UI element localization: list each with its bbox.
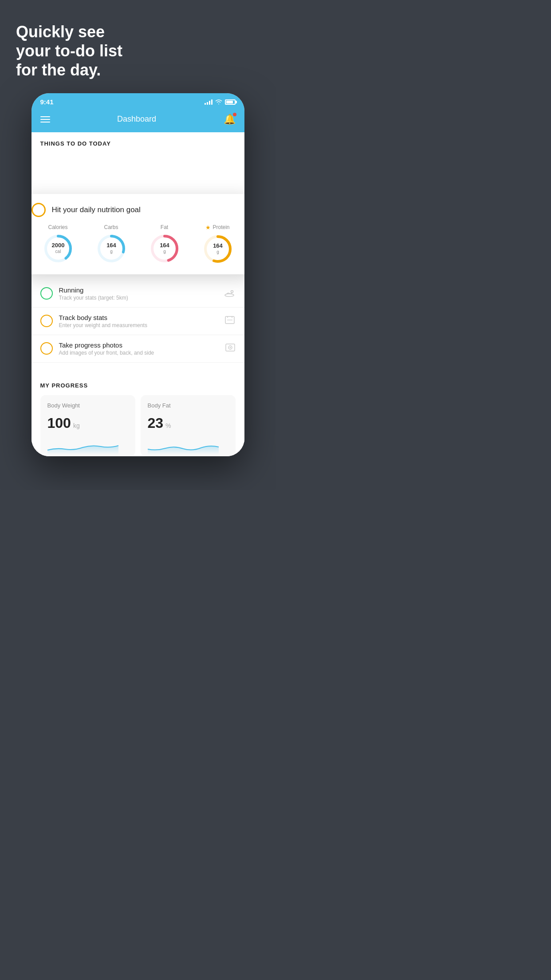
wifi-icon — [215, 99, 222, 106]
things-to-do-title: THINGS TO DO TODAY — [31, 132, 244, 151]
fat-ring: 164 g — [149, 233, 180, 264]
todo-item-body-stats[interactable]: Track body stats Enter your weight and m… — [31, 308, 244, 335]
running-subtitle: Track your stats (target: 5km) — [59, 295, 217, 301]
signal-icon — [205, 99, 213, 105]
body-fat-value: 23 % — [148, 415, 228, 431]
nutrition-card-title: Hit your daily nutrition goal — [52, 205, 141, 214]
body-weight-card[interactable]: Body Weight 100 kg — [40, 395, 135, 456]
photos-check-circle — [40, 342, 53, 355]
svg-text:g: g — [110, 249, 113, 254]
app-header: Dashboard 🔔 — [31, 109, 244, 132]
svg-point-17 — [231, 290, 233, 292]
svg-text:164: 164 — [106, 242, 116, 249]
running-icon — [223, 288, 236, 299]
calories-label: Calories — [48, 224, 67, 230]
svg-text:164: 164 — [213, 242, 223, 249]
body-stats-subtitle: Enter your weight and measurements — [59, 322, 218, 328]
battery-icon — [225, 99, 236, 105]
svg-text:g: g — [163, 249, 166, 254]
notification-dot — [233, 113, 236, 116]
notifications-button[interactable]: 🔔 — [224, 114, 236, 125]
body-stats-icon — [224, 315, 236, 328]
running-check-circle — [40, 287, 53, 300]
body-weight-chart — [47, 437, 118, 454]
phone-screen: 9:41 — [31, 93, 244, 456]
status-time: 9:41 — [40, 98, 54, 106]
svg-text:cal: cal — [55, 249, 61, 254]
body-fat-chart — [148, 437, 219, 454]
body-stats-text: Track body stats Enter your weight and m… — [59, 314, 218, 328]
carbs-label: Carbs — [104, 224, 118, 230]
phone-mockup: 9:41 — [31, 93, 244, 456]
status-icons — [205, 99, 236, 106]
nutrition-rings: Calories 2000 cal Carbs — [31, 224, 244, 265]
photos-icon — [225, 342, 236, 355]
protein-label: ★ Protein — [205, 224, 229, 231]
body-stats-check-circle — [40, 315, 53, 327]
protein-ring-item: ★ Protein 164 g — [202, 224, 233, 265]
nutrition-check-circle — [31, 203, 46, 217]
calories-ring: 2000 cal — [43, 233, 74, 264]
body-stats-title: Track body stats — [59, 314, 218, 321]
running-title: Running — [59, 286, 217, 294]
body-weight-value: 100 kg — [47, 415, 128, 431]
carbs-ring-item: Carbs 164 g — [96, 224, 127, 264]
photos-text: Take progress photos Add images of your … — [59, 341, 219, 356]
progress-cards: Body Weight 100 kg — [40, 395, 236, 456]
fat-label: Fat — [161, 224, 168, 230]
nutrition-card[interactable]: Hit your daily nutrition goal Calories 2… — [31, 194, 244, 274]
headline-line1: Quickly see — [16, 22, 260, 41]
headline-line3: for the day. — [16, 60, 260, 79]
header-title: Dashboard — [117, 115, 156, 124]
running-text: Running Track your stats (target: 5km) — [59, 286, 217, 301]
photos-subtitle: Add images of your front, back, and side — [59, 350, 219, 356]
headline: Quickly see your to-do list for the day. — [0, 0, 276, 93]
progress-title: MY PROGRESS — [40, 382, 236, 389]
body-fat-card[interactable]: Body Fat 23 % — [141, 395, 236, 456]
body-fat-card-title: Body Fat — [148, 402, 228, 409]
nutrition-card-header: Hit your daily nutrition goal — [31, 203, 244, 217]
star-icon: ★ — [205, 224, 211, 231]
body-weight-card-title: Body Weight — [47, 402, 128, 409]
svg-point-24 — [229, 347, 231, 348]
app-content: THINGS TO DO TODAY Hit your daily nutrit… — [31, 132, 244, 456]
todo-item-running[interactable]: Running Track your stats (target: 5km) — [31, 280, 244, 308]
fat-ring-item: Fat 164 g — [149, 224, 180, 264]
menu-button[interactable] — [40, 116, 50, 122]
carbs-ring: 164 g — [96, 233, 127, 264]
progress-section: MY PROGRESS Body Weight 100 kg — [31, 371, 244, 456]
svg-text:164: 164 — [160, 242, 169, 249]
calories-ring-item: Calories 2000 cal — [43, 224, 74, 264]
svg-text:2000: 2000 — [51, 242, 64, 249]
todo-item-photos[interactable]: Take progress photos Add images of your … — [31, 335, 244, 363]
svg-text:g: g — [216, 249, 219, 254]
status-bar: 9:41 — [31, 93, 244, 109]
svg-point-16 — [225, 294, 234, 296]
headline-line2: your to-do list — [16, 41, 260, 60]
protein-ring: 164 g — [202, 233, 233, 265]
photos-title: Take progress photos — [59, 341, 219, 349]
